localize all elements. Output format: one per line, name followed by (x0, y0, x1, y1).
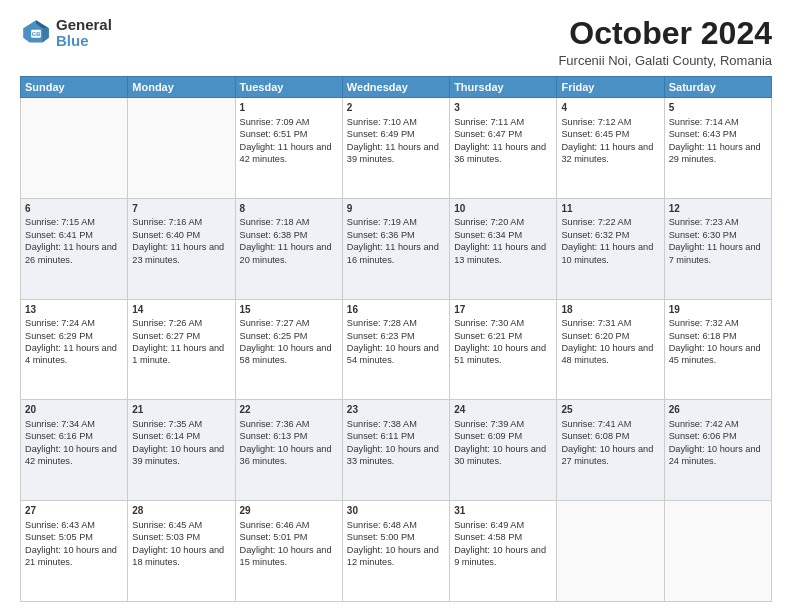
day-number: 12 (669, 202, 767, 216)
svg-text:GB: GB (32, 31, 40, 37)
daylight-text: Daylight: 11 hours and 42 minutes. (240, 141, 338, 166)
sunrise-text: Sunrise: 7:24 AM (25, 317, 123, 329)
calendar-cell: 31Sunrise: 6:49 AMSunset: 4:58 PMDayligh… (450, 501, 557, 602)
sunset-text: Sunset: 6:18 PM (669, 330, 767, 342)
day-number: 26 (669, 403, 767, 417)
sunrise-text: Sunrise: 7:39 AM (454, 418, 552, 430)
daylight-text: Daylight: 11 hours and 13 minutes. (454, 241, 552, 266)
daylight-text: Daylight: 10 hours and 18 minutes. (132, 544, 230, 569)
sunset-text: Sunset: 6:20 PM (561, 330, 659, 342)
weekday-header-monday: Monday (128, 77, 235, 98)
sunrise-text: Sunrise: 7:14 AM (669, 116, 767, 128)
daylight-text: Daylight: 10 hours and 45 minutes. (669, 342, 767, 367)
day-number: 23 (347, 403, 445, 417)
sunrise-text: Sunrise: 7:31 AM (561, 317, 659, 329)
logo: GB General Blue (20, 16, 112, 50)
day-number: 17 (454, 303, 552, 317)
sunrise-text: Sunrise: 7:27 AM (240, 317, 338, 329)
daylight-text: Daylight: 11 hours and 23 minutes. (132, 241, 230, 266)
daylight-text: Daylight: 11 hours and 39 minutes. (347, 141, 445, 166)
sunrise-text: Sunrise: 7:18 AM (240, 216, 338, 228)
sunrise-text: Sunrise: 6:43 AM (25, 519, 123, 531)
sunset-text: Sunset: 6:51 PM (240, 128, 338, 140)
daylight-text: Daylight: 10 hours and 12 minutes. (347, 544, 445, 569)
daylight-text: Daylight: 10 hours and 51 minutes. (454, 342, 552, 367)
sunrise-text: Sunrise: 7:30 AM (454, 317, 552, 329)
calendar-cell: 16Sunrise: 7:28 AMSunset: 6:23 PMDayligh… (342, 299, 449, 400)
sunrise-text: Sunrise: 7:15 AM (25, 216, 123, 228)
day-number: 18 (561, 303, 659, 317)
daylight-text: Daylight: 11 hours and 26 minutes. (25, 241, 123, 266)
sunset-text: Sunset: 6:34 PM (454, 229, 552, 241)
sunrise-text: Sunrise: 7:42 AM (669, 418, 767, 430)
daylight-text: Daylight: 10 hours and 48 minutes. (561, 342, 659, 367)
day-number: 29 (240, 504, 338, 518)
sunset-text: Sunset: 6:08 PM (561, 430, 659, 442)
sunset-text: Sunset: 4:58 PM (454, 531, 552, 543)
day-number: 14 (132, 303, 230, 317)
sunrise-text: Sunrise: 7:41 AM (561, 418, 659, 430)
sunset-text: Sunset: 6:14 PM (132, 430, 230, 442)
daylight-text: Daylight: 10 hours and 54 minutes. (347, 342, 445, 367)
daylight-text: Daylight: 10 hours and 15 minutes. (240, 544, 338, 569)
daylight-text: Daylight: 10 hours and 9 minutes. (454, 544, 552, 569)
sunrise-text: Sunrise: 6:45 AM (132, 519, 230, 531)
calendar-cell: 17Sunrise: 7:30 AMSunset: 6:21 PMDayligh… (450, 299, 557, 400)
calendar-cell: 27Sunrise: 6:43 AMSunset: 5:05 PMDayligh… (21, 501, 128, 602)
sunrise-text: Sunrise: 7:28 AM (347, 317, 445, 329)
sunset-text: Sunset: 6:29 PM (25, 330, 123, 342)
logo-text: General Blue (56, 16, 112, 50)
sunrise-text: Sunrise: 6:46 AM (240, 519, 338, 531)
sunset-text: Sunset: 5:05 PM (25, 531, 123, 543)
calendar-cell: 9Sunrise: 7:19 AMSunset: 6:36 PMDaylight… (342, 198, 449, 299)
daylight-text: Daylight: 11 hours and 4 minutes. (25, 342, 123, 367)
calendar-cell: 22Sunrise: 7:36 AMSunset: 6:13 PMDayligh… (235, 400, 342, 501)
daylight-text: Daylight: 11 hours and 16 minutes. (347, 241, 445, 266)
daylight-text: Daylight: 10 hours and 33 minutes. (347, 443, 445, 468)
daylight-text: Daylight: 11 hours and 7 minutes. (669, 241, 767, 266)
daylight-text: Daylight: 11 hours and 32 minutes. (561, 141, 659, 166)
sunset-text: Sunset: 5:01 PM (240, 531, 338, 543)
day-number: 20 (25, 403, 123, 417)
day-number: 4 (561, 101, 659, 115)
daylight-text: Daylight: 10 hours and 27 minutes. (561, 443, 659, 468)
day-number: 24 (454, 403, 552, 417)
calendar-cell: 23Sunrise: 7:38 AMSunset: 6:11 PMDayligh… (342, 400, 449, 501)
sunrise-text: Sunrise: 7:11 AM (454, 116, 552, 128)
calendar-cell: 3Sunrise: 7:11 AMSunset: 6:47 PMDaylight… (450, 98, 557, 199)
weekday-header-wednesday: Wednesday (342, 77, 449, 98)
sunset-text: Sunset: 6:40 PM (132, 229, 230, 241)
sunrise-text: Sunrise: 7:38 AM (347, 418, 445, 430)
daylight-text: Daylight: 11 hours and 36 minutes. (454, 141, 552, 166)
day-number: 13 (25, 303, 123, 317)
calendar-cell: 21Sunrise: 7:35 AMSunset: 6:14 PMDayligh… (128, 400, 235, 501)
calendar-cell: 5Sunrise: 7:14 AMSunset: 6:43 PMDaylight… (664, 98, 771, 199)
daylight-text: Daylight: 10 hours and 24 minutes. (669, 443, 767, 468)
calendar-cell: 18Sunrise: 7:31 AMSunset: 6:20 PMDayligh… (557, 299, 664, 400)
day-number: 11 (561, 202, 659, 216)
calendar-cell: 8Sunrise: 7:18 AMSunset: 6:38 PMDaylight… (235, 198, 342, 299)
day-number: 5 (669, 101, 767, 115)
sunrise-text: Sunrise: 7:10 AM (347, 116, 445, 128)
day-number: 25 (561, 403, 659, 417)
day-number: 21 (132, 403, 230, 417)
calendar-cell: 30Sunrise: 6:48 AMSunset: 5:00 PMDayligh… (342, 501, 449, 602)
sunrise-text: Sunrise: 7:36 AM (240, 418, 338, 430)
weekday-header-row: SundayMondayTuesdayWednesdayThursdayFrid… (21, 77, 772, 98)
week-row-5: 27Sunrise: 6:43 AMSunset: 5:05 PMDayligh… (21, 501, 772, 602)
calendar-cell: 12Sunrise: 7:23 AMSunset: 6:30 PMDayligh… (664, 198, 771, 299)
calendar-cell: 1Sunrise: 7:09 AMSunset: 6:51 PMDaylight… (235, 98, 342, 199)
weekday-header-tuesday: Tuesday (235, 77, 342, 98)
day-number: 28 (132, 504, 230, 518)
sunset-text: Sunset: 6:11 PM (347, 430, 445, 442)
day-number: 15 (240, 303, 338, 317)
calendar-cell: 29Sunrise: 6:46 AMSunset: 5:01 PMDayligh… (235, 501, 342, 602)
day-number: 7 (132, 202, 230, 216)
sunset-text: Sunset: 6:36 PM (347, 229, 445, 241)
sunset-text: Sunset: 6:45 PM (561, 128, 659, 140)
sunrise-text: Sunrise: 7:26 AM (132, 317, 230, 329)
day-number: 16 (347, 303, 445, 317)
calendar-cell: 26Sunrise: 7:42 AMSunset: 6:06 PMDayligh… (664, 400, 771, 501)
sunrise-text: Sunrise: 7:16 AM (132, 216, 230, 228)
day-number: 2 (347, 101, 445, 115)
